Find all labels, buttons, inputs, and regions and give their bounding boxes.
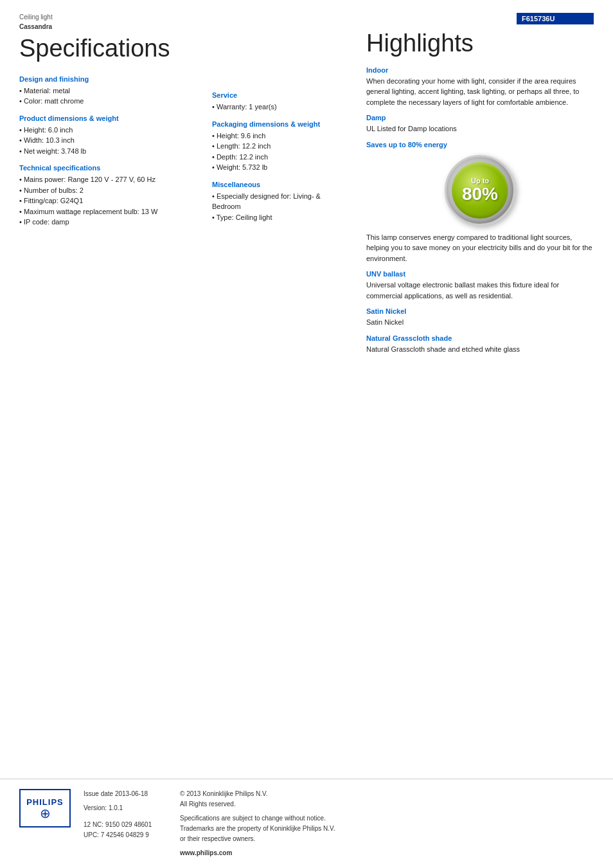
footer-legal: © 2013 Koninklijke Philips N.V. All Righ… [180,789,335,858]
list-item: Width: 10.3 inch [19,135,199,146]
list-item: Weight: 5.732 lb [212,162,341,173]
footer: PHILIPS ⊕ Issue date 2013-06-18 Version:… [0,779,613,868]
philips-logo: PHILIPS ⊕ [19,789,71,827]
design-section-title: Design and finishing [19,75,199,83]
list-item: Height: 9.6 inch [212,131,341,141]
list-item: Length: 12.2 inch [212,141,341,152]
satin-nickel-text: Satin Nickel [366,317,594,328]
nc-code: 12 NC: 9150 029 48601 [84,820,167,830]
list-item: IP code: damp [19,217,199,228]
list-item: Maximum wattage replacement bulb: 13 W [19,206,199,217]
packaging-list: Height: 9.6 inch Length: 12.2 inch Depth… [212,131,341,173]
energy-text: This lamp conserves energy compared to t… [366,232,594,264]
energy-title: Saves up to 80% energy [366,141,594,149]
list-item: Net weight: 3.748 lb [19,146,199,157]
product-category: Ceiling light [19,13,199,22]
technical-list: Mains power: Range 120 V - 277 V, 60 Hz … [19,174,199,228]
model-badge: F615736U [517,13,594,24]
energy-badge: Up to 80% [445,155,515,226]
legal-text: Specifications are subject to change wit… [180,813,335,844]
issue-date: Issue date 2013-06-18 [84,789,167,799]
model-badge-container: F615736U [366,13,594,28]
design-list: Material: metal Color: matt chrome [19,86,199,107]
product-dimensions-list: Height: 6.0 inch Width: 10.3 inch Net we… [19,125,199,157]
highlights-title: Highlights [366,30,594,57]
list-item: Especially designed for: Living- & Bedro… [212,191,341,212]
product-dimensions-title: Product dimensions & weight [19,114,199,122]
energy-percent-text: 80% [462,185,498,203]
indoor-text: When decorating your home with light, co… [366,76,594,108]
list-item: Warranty: 1 year(s) [212,102,341,113]
product-name: Cassandra [19,23,199,30]
left-panel: Ceiling light Cassandra Specifications D… [19,13,212,766]
copyright-text: © 2013 Koninklijke Philips N.V. All Righ… [180,789,335,809]
packaging-section-title: Packaging dimensions & weight [212,120,341,128]
spacer [212,13,341,84]
energy-badge-inner: Up to 80% [452,162,508,219]
version: Version: 1.0.1 [84,803,167,813]
list-item: Color: matt chrome [19,96,199,107]
website-link[interactable]: www.philips.com [180,848,335,858]
energy-badge-container: Up to 80% [366,155,594,226]
page-title: Specifications [19,35,199,62]
unv-title: UNV ballast [366,270,594,278]
grasscloth-text: Natural Grasscloth shade and etched whit… [366,344,594,355]
misc-list: Especially designed for: Living- & Bedro… [212,191,341,223]
damp-text: UL Listed for Damp locations [366,123,594,134]
list-item: Depth: 12.2 inch [212,152,341,163]
list-item: Mains power: Range 120 V - 277 V, 60 Hz [19,174,199,185]
service-list: Warranty: 1 year(s) [212,102,341,113]
philips-logo-text: PHILIPS [26,797,64,807]
list-item: Material: metal [19,86,199,96]
list-item: Number of bulbs: 2 [19,185,199,196]
grasscloth-title: Natural Grasscloth shade [366,334,594,342]
service-section-title: Service [212,91,341,99]
satin-nickel-title: Satin Nickel [366,307,594,315]
list-item: Fitting/cap: G24Q1 [19,195,199,206]
footer-meta: Issue date 2013-06-18 Version: 1.0.1 12 … [84,789,167,840]
upc-code: UPC: 7 42546 04829 9 [84,830,167,840]
list-item: Type: Ceiling light [212,212,341,223]
damp-title: Damp [366,114,594,122]
main-content: Ceiling light Cassandra Specifications D… [0,0,613,779]
misc-section-title: Miscellaneous [212,181,341,188]
indoor-title: Indoor [366,66,594,74]
page: Ceiling light Cassandra Specifications D… [0,0,613,868]
unv-text: Universal voltage electronic ballast mak… [366,280,594,301]
philips-logo-icon: ⊕ [40,807,51,820]
list-item: Height: 6.0 inch [19,125,199,136]
middle-panel: Service Warranty: 1 year(s) Packaging di… [212,13,353,766]
right-panel: F615736U Highlights Indoor When decorati… [353,13,594,766]
technical-section-title: Technical specifications [19,164,199,172]
